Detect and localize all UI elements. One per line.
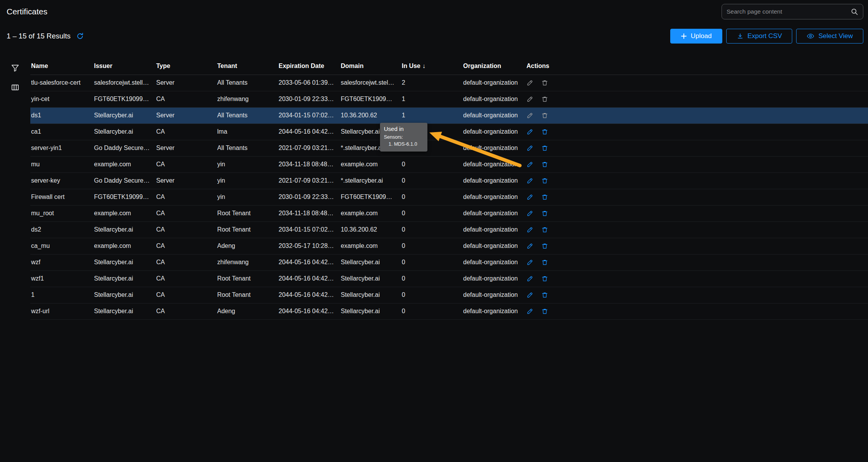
refresh-icon[interactable] xyxy=(76,32,84,40)
columns-icon[interactable] xyxy=(11,83,19,92)
delete-icon[interactable] xyxy=(541,112,548,119)
delete-icon[interactable] xyxy=(541,226,548,233)
column-label: Name xyxy=(31,63,48,69)
filter-icon[interactable] xyxy=(11,64,19,72)
table-row[interactable]: yin-cetFGT60ETK19099R…CAzhifenwang2030-0… xyxy=(30,91,868,107)
cell-issuer: FGT60ETK19099R… xyxy=(93,189,155,205)
cell-actions xyxy=(526,270,868,287)
column-header-issuer[interactable]: Issuer xyxy=(93,58,155,75)
edit-icon[interactable] xyxy=(526,210,533,217)
search-input[interactable] xyxy=(727,8,851,15)
cell-issuer: example.com xyxy=(93,156,155,173)
cell-domain: FGT60ETK19099R… xyxy=(340,91,401,107)
edit-icon[interactable] xyxy=(526,194,533,200)
edit-icon[interactable] xyxy=(526,291,533,298)
cell-expiration: 2030-01-09 22:33:31 xyxy=(278,91,340,107)
table-row[interactable]: ds2Stellarcyber.aiCARoot Tenant2034-01-1… xyxy=(30,221,868,238)
table-row[interactable]: server-keyGo Daddy Secure …Serveryin2021… xyxy=(30,173,868,189)
toolbar: 1 – 15 of 15 Results Upload Export CSV xyxy=(0,29,868,44)
delete-icon[interactable] xyxy=(541,210,548,217)
column-header-in-use[interactable]: In Use↓ xyxy=(401,58,462,75)
delete-icon[interactable] xyxy=(541,177,548,184)
cell-expiration: 2044-05-16 04:42:48 xyxy=(278,124,340,140)
edit-icon[interactable] xyxy=(526,145,533,152)
cell-in-use: 0 xyxy=(401,156,462,173)
cell-name: ds2 xyxy=(30,221,93,238)
column-header-actions[interactable]: Actions xyxy=(526,58,868,75)
tooltip-sensor-item: 1. MDS-6.1.0 xyxy=(384,141,424,148)
delete-icon[interactable] xyxy=(541,291,548,298)
cell-in-use: 0 xyxy=(401,287,462,303)
delete-icon[interactable] xyxy=(541,145,548,152)
edit-icon[interactable] xyxy=(526,226,533,233)
table-row[interactable]: Firewall certFGT60ETK19099R…CAyin2030-01… xyxy=(30,189,868,205)
table-row[interactable]: 1Stellarcyber.aiCARoot Tenant2044-05-16 … xyxy=(30,287,868,303)
tooltip-title: Used in xyxy=(384,126,424,132)
cell-expiration: 2034-11-18 08:48:29 xyxy=(278,156,340,173)
cell-domain: example.com xyxy=(340,238,401,254)
edit-icon[interactable] xyxy=(526,242,533,249)
table-row[interactable]: mu_rootexample.comCARoot Tenant2034-11-1… xyxy=(30,205,868,221)
table-row[interactable]: ds1Stellarcyber.aiServerAll Tenants2034-… xyxy=(30,107,868,124)
column-header-domain[interactable]: Domain xyxy=(340,58,401,75)
cell-in-use: 0 xyxy=(401,205,462,221)
cell-issuer: Go Daddy Secure … xyxy=(93,140,155,156)
delete-icon[interactable] xyxy=(541,96,548,103)
cell-organization: default-organization xyxy=(462,287,526,303)
delete-icon[interactable] xyxy=(541,275,548,282)
cell-organization: default-organization xyxy=(462,140,526,156)
edit-icon[interactable] xyxy=(526,177,533,184)
cell-issuer: example.com xyxy=(93,238,155,254)
delete-icon[interactable] xyxy=(541,242,548,249)
cell-actions xyxy=(526,107,868,124)
delete-icon[interactable] xyxy=(541,194,548,200)
delete-icon[interactable] xyxy=(541,259,548,266)
delete-icon[interactable] xyxy=(541,308,548,315)
edit-icon[interactable] xyxy=(526,308,533,315)
table-row[interactable]: ca1Stellarcyber.aiCAlma2044-05-16 04:42:… xyxy=(30,124,868,140)
cell-issuer: Stellarcyber.ai xyxy=(93,221,155,238)
edit-icon[interactable] xyxy=(526,275,533,282)
search-icon[interactable] xyxy=(851,8,858,16)
edit-icon[interactable] xyxy=(526,128,533,135)
cell-type: CA xyxy=(155,156,216,173)
column-header-name[interactable]: Name xyxy=(30,58,93,75)
export-csv-button[interactable]: Export CSV xyxy=(726,29,793,44)
cell-type: Server xyxy=(155,75,216,91)
table-row[interactable]: server-yin1Go Daddy Secure …ServerAll Te… xyxy=(30,140,868,156)
delete-icon[interactable] xyxy=(541,128,548,135)
cell-in-use: 0 xyxy=(401,254,462,270)
select-view-button[interactable]: Select View xyxy=(796,29,863,44)
table-row[interactable]: wzf1Stellarcyber.aiCARoot Tenant2044-05-… xyxy=(30,270,868,287)
cell-organization: default-organization xyxy=(462,238,526,254)
column-header-type[interactable]: Type xyxy=(155,58,216,75)
table-row[interactable]: muexample.comCAyin2034-11-18 08:48:29exa… xyxy=(30,156,868,173)
table-row[interactable]: ca_muexample.comCAAdeng2032-05-17 10:28:… xyxy=(30,238,868,254)
edit-icon[interactable] xyxy=(526,96,533,103)
cell-tenant: yin xyxy=(216,173,278,189)
cell-issuer: Stellarcyber.ai xyxy=(93,270,155,287)
cell-organization: default-organization xyxy=(462,270,526,287)
column-header-expiration-date[interactable]: Expiration Date xyxy=(278,58,340,75)
edit-icon[interactable] xyxy=(526,259,533,266)
table-row[interactable]: wzf-urlStellarcyber.aiCAAdeng2044-05-16 … xyxy=(30,303,868,319)
upload-button[interactable]: Upload xyxy=(670,29,722,44)
edit-icon[interactable] xyxy=(526,161,533,168)
cell-name: wzf-url xyxy=(30,303,93,319)
delete-icon[interactable] xyxy=(541,161,548,168)
edit-icon[interactable] xyxy=(526,112,533,119)
column-header-tenant[interactable]: Tenant xyxy=(216,58,278,75)
cell-domain: 10.36.200.62 xyxy=(340,221,401,238)
cell-actions xyxy=(526,91,868,107)
cell-tenant: All Tenants xyxy=(216,107,278,124)
cell-name: ca1 xyxy=(30,124,93,140)
cell-actions xyxy=(526,173,868,189)
cell-organization: default-organization xyxy=(462,173,526,189)
table-row[interactable]: wzfStellarcyber.aiCAzhifenwang2044-05-16… xyxy=(30,254,868,270)
edit-icon[interactable] xyxy=(526,79,533,86)
delete-icon[interactable] xyxy=(541,79,548,86)
cell-actions xyxy=(526,287,868,303)
column-label: Tenant xyxy=(217,63,237,69)
column-header-organization[interactable]: Organization xyxy=(462,58,526,75)
table-row[interactable]: tlu-salesforce-certsalesforcejwt.stella…… xyxy=(30,75,868,91)
